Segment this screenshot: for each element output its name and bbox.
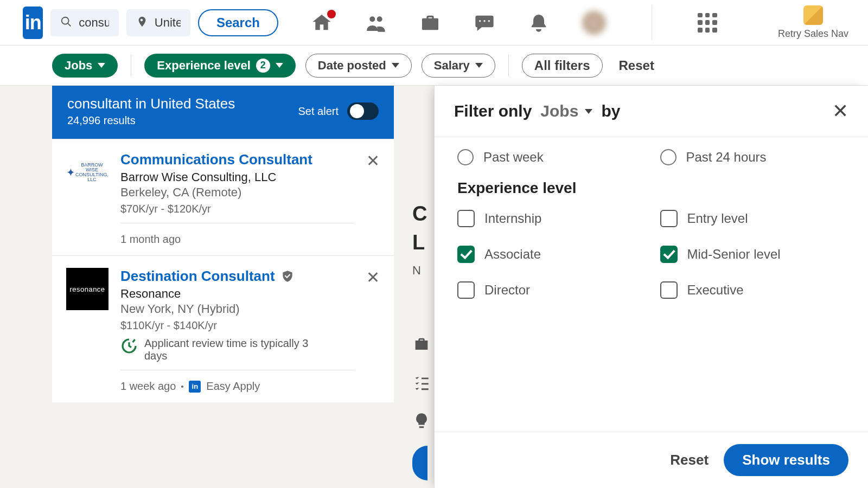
job-company: Resonance (120, 287, 354, 301)
experience-level-heading: Experience level (457, 179, 845, 197)
filter-jobs-label: Jobs (65, 59, 92, 73)
company-logo: BARROW WISE CONSULTING, LLC (66, 151, 108, 194)
checkbox-icon (660, 281, 678, 299)
chevron-down-icon (475, 63, 483, 68)
dismiss-job-icon[interactable]: ✕ (366, 268, 380, 287)
easy-apply-label: Easy Apply (206, 380, 260, 393)
check-director[interactable]: Director (457, 281, 643, 299)
job-salary: $70K/yr - $120K/yr (120, 203, 354, 215)
location-input[interactable] (155, 16, 181, 30)
results-title: consultant in United States (67, 95, 235, 112)
sales-nav-icon (803, 5, 823, 25)
date-posted-options: Past week Past 24 hours (457, 149, 845, 165)
filter-separator (508, 55, 509, 76)
home-icon[interactable] (311, 12, 333, 34)
close-panel-icon[interactable]: ✕ (832, 100, 848, 123)
top-nav: in Search (0, 0, 868, 46)
notifications-icon[interactable] (528, 12, 550, 34)
radio-icon (660, 149, 676, 165)
apply-button-peek (412, 446, 427, 480)
panel-reset-button[interactable]: Reset (670, 452, 709, 468)
checkbox-icon (660, 210, 678, 227)
chevron-down-icon (392, 63, 399, 68)
results-header: consultant in United States 24,996 resul… (52, 86, 394, 139)
verified-icon (280, 269, 295, 284)
jobs-icon[interactable] (419, 12, 441, 34)
sales-nav-link[interactable]: Retry Sales Nav (778, 5, 848, 40)
experience-level-options: Internship Entry level Associate Mid-Sen… (457, 210, 845, 299)
set-alert-toggle[interactable] (347, 102, 379, 120)
checkbox-icon (457, 210, 475, 227)
job-title[interactable]: Destination Consultant (120, 268, 354, 285)
filter-only-label: Filter only (454, 102, 532, 120)
detail-meta-icons (412, 335, 431, 429)
company-logo: resonance (66, 268, 108, 310)
chevron-down-icon (98, 63, 105, 68)
job-age: 1 month ago (120, 233, 181, 246)
all-filters-panel: Filter only Jobs by ✕ Past week Past 24 … (434, 86, 868, 488)
linkedin-logo[interactable]: in (23, 7, 43, 39)
check-associate[interactable]: Associate (457, 246, 643, 263)
chevron-down-icon (585, 109, 592, 114)
job-age: 1 week ago (120, 380, 176, 393)
filter-entity-selector[interactable]: Jobs (540, 102, 592, 120)
chevron-down-icon (276, 63, 283, 68)
location-box[interactable] (126, 9, 190, 36)
profile-avatar[interactable] (582, 11, 606, 35)
job-location: Berkeley, CA (Remote) (120, 185, 354, 200)
set-alert-label: Set alert (298, 105, 339, 118)
checkbox-checked-icon (457, 246, 475, 263)
filter-jobs-pill[interactable]: Jobs (52, 54, 118, 78)
job-company: Barrow Wise Consulting, LLC (120, 170, 354, 184)
all-filters-label: All filters (534, 58, 590, 73)
show-results-button[interactable]: Show results (724, 444, 848, 476)
filter-panel-header: Filter only Jobs by ✕ (435, 86, 868, 137)
filter-panel-footer: Reset Show results (435, 432, 868, 488)
pin-icon (136, 16, 148, 30)
job-salary: $110K/yr - $140K/yr (120, 319, 354, 332)
apps-grid-icon[interactable] (698, 13, 717, 33)
job-card[interactable]: resonance Destination Consultant Resonan… (52, 255, 394, 402)
nav-icon-row: Retry Sales Nav (311, 5, 848, 40)
filter-experience-pill[interactable]: Experience level 2 (144, 54, 295, 78)
checklist-icon (412, 373, 431, 391)
search-button[interactable]: Search (198, 9, 278, 36)
filter-experience-count: 2 (256, 59, 270, 73)
linkedin-badge-icon: in (189, 381, 201, 393)
by-label: by (601, 102, 620, 120)
reset-filters-link[interactable]: Reset (619, 58, 654, 73)
keyword-input[interactable] (79, 16, 109, 30)
job-location: New York, NY (Hybrid) (120, 302, 354, 316)
messaging-icon[interactable] (474, 12, 495, 34)
radio-past-week[interactable]: Past week (457, 149, 643, 165)
all-filters-button[interactable]: All filters (522, 54, 603, 78)
nav-separator (652, 5, 652, 40)
filter-experience-label: Experience level (157, 59, 250, 73)
job-title[interactable]: Communications Consultant (120, 151, 354, 168)
checkbox-icon (457, 281, 475, 299)
results-column: consultant in United States 24,996 resul… (52, 86, 394, 488)
filter-salary-label: Salary (434, 59, 470, 73)
review-time-note: Applicant review time is typically 3 day… (120, 337, 327, 362)
check-executive[interactable]: Executive (660, 281, 846, 299)
job-card[interactable]: BARROW WISE CONSULTING, LLC Communicatio… (52, 139, 394, 255)
keyword-search-box[interactable] (50, 9, 119, 36)
notification-dot (326, 9, 337, 20)
check-mid-senior[interactable]: Mid-Senior level (660, 246, 846, 263)
results-count: 24,996 results (67, 114, 235, 127)
filter-bar: Jobs Experience level 2 Date posted Sala… (0, 46, 868, 86)
filter-separator (131, 55, 131, 76)
radio-past-24-hours[interactable]: Past 24 hours (660, 149, 846, 165)
briefcase-icon (412, 335, 431, 354)
dismiss-job-icon[interactable]: ✕ (366, 151, 380, 170)
check-internship[interactable]: Internship (457, 210, 643, 227)
search-icon (60, 16, 72, 30)
job-detail-peek: C L N (412, 200, 427, 279)
sales-nav-label: Retry Sales Nav (778, 28, 848, 40)
filter-date-posted-label: Date posted (318, 59, 386, 73)
checkbox-checked-icon (660, 246, 678, 263)
filter-date-posted-pill[interactable]: Date posted (305, 54, 412, 78)
check-entry-level[interactable]: Entry level (660, 210, 846, 227)
network-icon[interactable] (365, 12, 387, 34)
filter-salary-pill[interactable]: Salary (422, 54, 495, 78)
